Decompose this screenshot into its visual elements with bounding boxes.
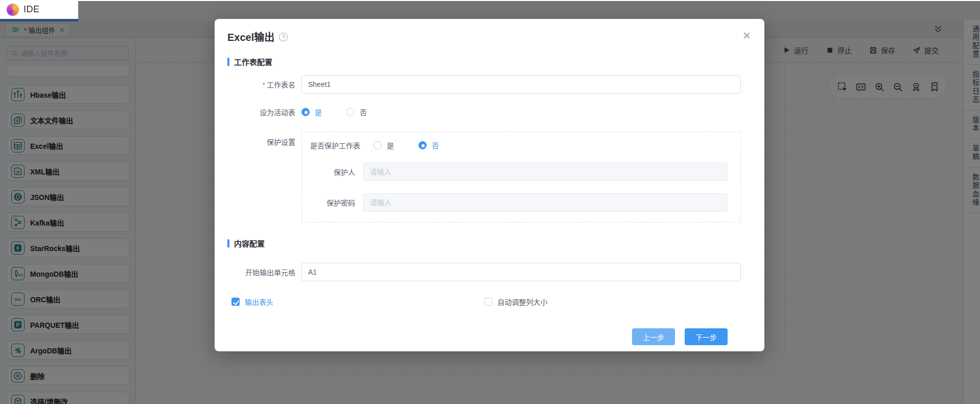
previous-step-button[interactable]: 上一步 bbox=[632, 328, 675, 345]
radio-label: 否 bbox=[360, 107, 367, 117]
radio-unselected-icon bbox=[346, 108, 355, 116]
screen: DI * 输出组件 ✕ Hbase输出文本文件输出Excel输出XML输出JSO… bbox=[0, 0, 980, 404]
auto-fit-columns-checkbox[interactable]: 自动调整列大小 bbox=[484, 297, 741, 307]
protect-sheet-radio-no[interactable]: 否 bbox=[418, 140, 439, 150]
next-step-button[interactable]: 下一步 bbox=[685, 328, 728, 345]
protection-settings-label: 保护设置 bbox=[227, 137, 295, 147]
active-sheet-label: 设为活动表 bbox=[227, 107, 295, 117]
protector-input bbox=[363, 163, 728, 181]
required-mark: * bbox=[263, 81, 265, 89]
protect-password-input bbox=[363, 193, 728, 212]
dialog-close-icon[interactable] bbox=[742, 31, 751, 42]
section-accent-bar bbox=[227, 58, 229, 66]
radio-label: 是 bbox=[315, 107, 322, 117]
window-top-edge bbox=[0, 0, 980, 1]
checkbox-unchecked-icon bbox=[484, 298, 493, 306]
checkbox-label: 自动调整列大小 bbox=[498, 297, 548, 307]
start-cell-input[interactable] bbox=[301, 263, 741, 281]
app-logo-box: IDE bbox=[0, 0, 78, 19]
section-title: 工作表配置 bbox=[234, 56, 272, 67]
protector-label: 保护人 bbox=[310, 167, 355, 177]
app-title: IDE bbox=[24, 4, 40, 15]
output-header-checkbox[interactable]: 输出表头 bbox=[227, 297, 484, 307]
radio-selected-icon bbox=[301, 108, 310, 116]
checkbox-label: 输出表头 bbox=[245, 297, 273, 307]
radio-selected-icon bbox=[418, 141, 427, 149]
protect-sheet-label: 是否保护工作表 bbox=[310, 140, 360, 150]
checkbox-checked-icon bbox=[231, 298, 240, 306]
section-accent-bar bbox=[227, 239, 229, 248]
section-content-config: 内容配置 bbox=[227, 238, 741, 249]
protection-settings-box: 是否保护工作表 是 否 保护人 bbox=[301, 131, 741, 222]
section-worksheet-config: 工作表配置 bbox=[227, 56, 741, 67]
sheet-name-label: *工作表名 bbox=[227, 79, 295, 89]
app-logo-icon bbox=[7, 4, 19, 16]
radio-label: 是 bbox=[387, 140, 394, 150]
dialog-title: Excel输出 bbox=[227, 29, 274, 44]
radio-label: 否 bbox=[432, 140, 439, 150]
active-sheet-radio-no[interactable]: 否 bbox=[346, 107, 367, 117]
excel-output-dialog: Excel输出 ? 工作表配置 *工作表名 设为活动表 bbox=[215, 19, 764, 351]
sheet-name-input[interactable] bbox=[301, 75, 741, 94]
section-title: 内容配置 bbox=[234, 238, 265, 249]
protect-sheet-radio-yes[interactable]: 是 bbox=[374, 140, 394, 150]
active-sheet-radio-yes[interactable]: 是 bbox=[301, 107, 322, 117]
help-icon[interactable]: ? bbox=[279, 33, 288, 41]
radio-unselected-icon bbox=[374, 141, 382, 149]
start-cell-label: 开始输出单元格 bbox=[227, 267, 295, 277]
protect-password-label: 保护密码 bbox=[310, 197, 355, 208]
